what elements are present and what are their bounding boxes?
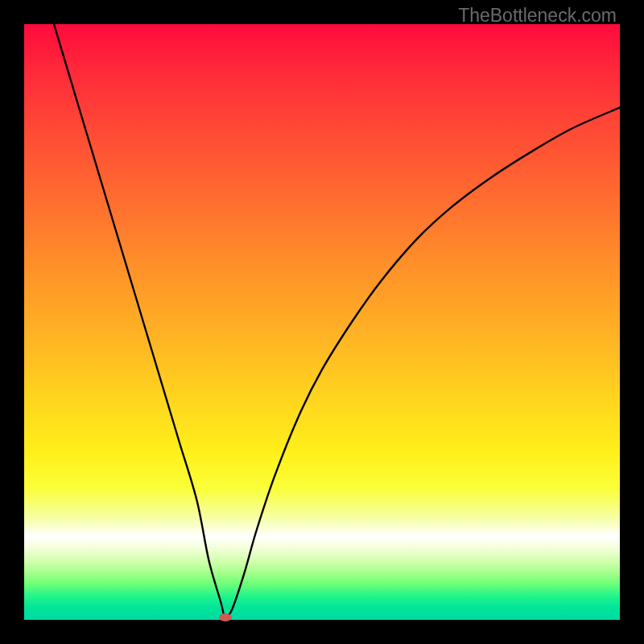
minimum-marker [219, 613, 232, 621]
bottleneck-curve [24, 24, 620, 620]
chart-frame: TheBottleneck.com [0, 0, 644, 644]
plot-area [24, 24, 620, 620]
watermark-text: TheBottleneck.com [458, 5, 617, 27]
